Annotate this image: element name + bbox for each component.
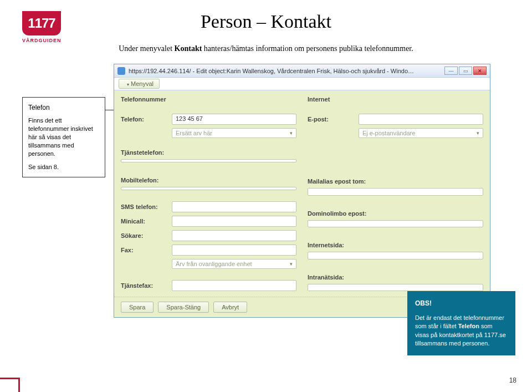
window-titlebar: https://192.44.246.114/ - Edit object:Ka…: [114, 64, 490, 78]
sokare-input[interactable]: [172, 230, 296, 241]
internetsida-input[interactable]: [308, 252, 483, 259]
intranatsida-input[interactable]: [308, 284, 483, 292]
left-column: Telefonnummer Telefon: 123 45 67 Ersätt …: [121, 96, 296, 291]
callout-telefon: Telefon Finns det ett telefonnummer insk…: [22, 97, 105, 177]
minimize-button[interactable]: —: [444, 67, 458, 75]
epost-input[interactable]: [359, 114, 483, 125]
field-fax: Fax:: [121, 245, 296, 256]
callout-reference: Se sidan 8.: [28, 163, 99, 171]
spara-stang-button[interactable]: Spara-Stäng: [158, 302, 209, 313]
fax-label: Fax:: [121, 247, 167, 253]
decorative-corner: [0, 378, 20, 392]
window-title: https://192.44.246.114/ - Edit object:Ka…: [129, 68, 417, 74]
favicon-icon: [117, 67, 125, 75]
page-number: 18: [509, 376, 516, 384]
page-intro: Under menyvalet Kontakt hanteras/hämtas …: [0, 44, 532, 53]
telefon-label: Telefon:: [121, 116, 167, 123]
telefon-inherit-select[interactable]: Ersätt arv här: [172, 128, 296, 138]
obs-text: Det är endast det telefonnummer som står…: [415, 314, 508, 348]
minicall-input[interactable]: [172, 216, 296, 227]
maximize-button[interactable]: ▭: [459, 67, 472, 75]
mailalias-input[interactable]: [308, 188, 483, 196]
tjanstefax-input[interactable]: [172, 280, 296, 291]
mobiltelefon-label: Mobiltelefon:: [121, 177, 296, 184]
fax-input[interactable]: [172, 245, 296, 256]
section-internet: Internet: [308, 96, 483, 103]
intranatsida-label: Intranätsida:: [308, 274, 483, 281]
sms-input[interactable]: [172, 201, 296, 212]
sms-label: SMS telefon:: [121, 203, 167, 210]
tjanstetelefon-input[interactable]: [121, 159, 296, 162]
intro-prefix: Under menyvalet: [119, 44, 174, 53]
mobiltelefon-input[interactable]: [121, 187, 296, 190]
telefon-input[interactable]: 123 45 67: [172, 114, 296, 125]
epost-inherit-select[interactable]: Ej e-postanvändare: [359, 128, 483, 138]
intro-suffix: hanteras/hämtas information om personens…: [202, 44, 413, 53]
right-column: Internet E-post: Ej e-postanvändare Mail…: [308, 96, 483, 291]
dominolimbo-input[interactable]: [308, 220, 483, 228]
field-sms: SMS telefon:: [121, 201, 296, 212]
field-epost: E-post:: [308, 114, 483, 125]
menyval-dropdown[interactable]: ▾ Menyval: [119, 79, 160, 89]
intro-bold: Kontakt: [175, 44, 202, 53]
menyval-label: Menyval: [131, 80, 154, 87]
callout-body: Finns det ett telefonnummer inskrivet hä…: [28, 116, 99, 157]
section-telefonnummer: Telefonnummer: [121, 96, 296, 103]
fax-inherit-select[interactable]: Ärv från ovanliggande enhet: [172, 259, 296, 269]
dominolimbo-label: Dominolimbo epost:: [308, 210, 483, 217]
field-telefon: Telefon: 123 45 67: [121, 114, 296, 125]
chevron-down-icon: ▾: [127, 82, 129, 87]
field-sokare: Sökare:: [121, 230, 296, 241]
field-minicall: Minicall:: [121, 216, 296, 227]
epost-label: E-post:: [308, 116, 354, 123]
page-title: Person – Kontakt: [0, 11, 532, 32]
close-button[interactable]: ✕: [473, 67, 487, 75]
minicall-label: Minicall:: [121, 218, 167, 225]
obs-bold: Telefon: [458, 323, 479, 329]
callout-obs: OBS! Det är endast det telefonnummer som…: [407, 291, 515, 355]
obs-heading: OBS!: [415, 299, 508, 308]
mailalias-label: Mailalias epost tom:: [308, 178, 483, 185]
avbryt-button[interactable]: Avbryt: [213, 302, 247, 313]
internetsida-label: Internetsida:: [308, 242, 483, 248]
tjanstefax-label: Tjänstefax:: [121, 282, 167, 289]
sokare-label: Sökare:: [121, 232, 167, 239]
form-area: Telefonnummer Telefon: 123 45 67 Ersätt …: [114, 90, 490, 297]
window-controls: — ▭ ✕: [444, 67, 487, 75]
app-window: https://192.44.246.114/ - Edit object:Ka…: [114, 64, 490, 318]
callout-title: Telefon: [28, 103, 99, 112]
field-tjanstefax: Tjänstefax:: [121, 280, 296, 291]
tjanstetelefon-label: Tjänstetelefon:: [121, 149, 296, 156]
menubar: ▾ Menyval: [114, 78, 490, 90]
logo-subtext: VÅRDGUIDEN: [22, 38, 62, 43]
spara-button[interactable]: Spara: [121, 302, 154, 313]
